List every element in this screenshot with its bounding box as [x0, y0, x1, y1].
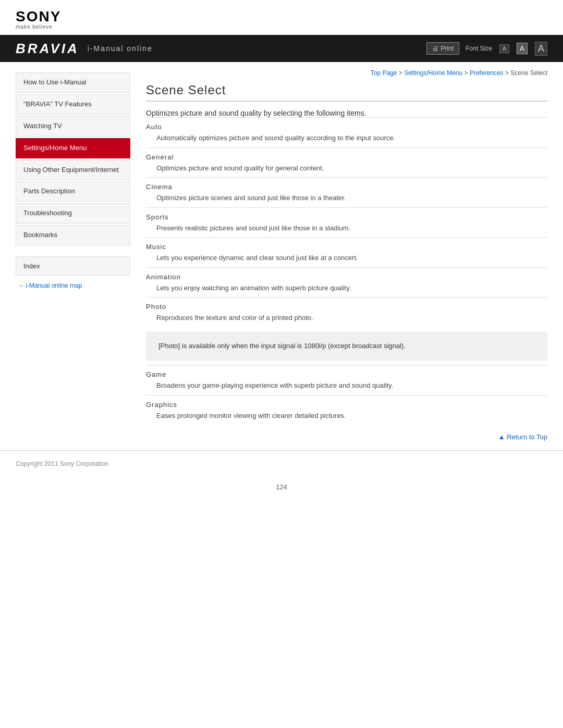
scene-sports-desc: Presents realistic pictures and sound ju… — [146, 223, 547, 233]
scene-general-desc: Optimizes picture and sound quality for … — [146, 163, 547, 174]
scene-general-title: General — [146, 153, 547, 161]
scene-photo: Photo Reproduces the texture and color o… — [146, 297, 547, 327]
print-icon: 🖨 — [432, 45, 438, 52]
scene-photo-title: Photo — [146, 303, 547, 311]
bravia-right: 🖨 Print Font Size A A A — [426, 42, 547, 56]
sidebar-item-how-to-use[interactable]: How to Use i-Manual — [16, 72, 130, 93]
sidebar-item-index[interactable]: Index — [16, 256, 130, 276]
scene-game-desc: Broadens your game-playing experience wi… — [146, 380, 547, 391]
page-number: 124 — [0, 476, 563, 501]
scene-animation-desc: Lets you enjoy watching an animation wit… — [146, 283, 547, 293]
sidebar-item-using-other[interactable]: Using Other Equipment/Internet — [16, 160, 130, 180]
sony-tagline: make.believe — [16, 24, 53, 30]
scene-photo-desc: Reproduces the texture and color of a pr… — [146, 313, 547, 323]
sidebar: How to Use i-Manual "BRAVIA" TV Features… — [16, 72, 130, 445]
scene-music-desc: Lets you experience dynamic and clear so… — [146, 253, 547, 263]
scene-game-title: Game — [146, 371, 547, 378]
scene-cinema-desc: Optimizes picture scenes and sound just … — [146, 193, 547, 203]
font-size-label: Font Size — [466, 45, 492, 52]
sidebar-item-troubleshooting[interactable]: Troubleshooting — [16, 203, 130, 224]
page-title: Scene Select — [146, 83, 547, 97]
return-top-link[interactable]: ▲ Return to Top — [498, 433, 547, 441]
sidebar-item-settings-home[interactable]: Settings/Home Menu — [16, 138, 130, 158]
note-text: [Photo] is available only when the input… — [158, 342, 406, 350]
breadcrumb: Top Page > Settings/Home Menu > Preferen… — [146, 62, 547, 81]
breadcrumb-current: Scene Select — [510, 69, 547, 77]
breadcrumb-top-page[interactable]: Top Page — [371, 69, 397, 77]
font-large-button[interactable]: A — [535, 42, 547, 56]
main-container: How to Use i-Manual "BRAVIA" TV Features… — [0, 62, 563, 445]
scene-graphics-desc: Eases prolonged monitor viewing with cle… — [146, 411, 547, 421]
scene-animation: Animation Lets you enjoy watching an ani… — [146, 267, 547, 298]
title-divider — [146, 101, 547, 102]
sony-brand: SONY — [16, 9, 61, 24]
sidebar-item-parts-description[interactable]: Parts Description — [16, 181, 130, 202]
scene-auto-desc: Automatically optimizes picture and soun… — [146, 133, 547, 143]
intro-text: Optimizes picture and sound quality by s… — [146, 109, 547, 117]
scene-animation-title: Animation — [146, 273, 547, 281]
scene-auto: Auto Automatically optimizes picture and… — [146, 117, 547, 147]
print-label: Print — [441, 45, 454, 52]
bravia-header-bar: BRAVIA i-Manual online 🖨 Print Font Size… — [0, 35, 563, 62]
sidebar-item-bookmarks[interactable]: Bookmarks — [16, 225, 130, 245]
scene-sports-title: Sports — [146, 213, 547, 221]
sidebar-item-watching-tv[interactable]: Watching TV — [16, 116, 130, 137]
font-small-button[interactable]: A — [499, 44, 509, 53]
scene-music-title: Music — [146, 243, 547, 251]
scene-cinema-title: Cinema — [146, 183, 547, 191]
bravia-logo: BRAVIA — [16, 41, 79, 57]
content: Scene Select Optimizes picture and sound… — [146, 83, 547, 441]
top-bar: SONY make.believe — [0, 0, 563, 35]
copyright: Copyright 2011 Sony Corporation — [16, 460, 108, 467]
footer: Copyright 2011 Sony Corporation — [0, 450, 563, 476]
sidebar-map-link[interactable]: i-Manual online map — [16, 282, 130, 289]
bravia-subtitle: i-Manual online — [88, 44, 153, 53]
note-box: [Photo] is available only when the input… — [146, 331, 547, 361]
scene-game: Game Broadens your game-playing experien… — [146, 365, 547, 395]
breadcrumb-sep1: > — [399, 69, 404, 77]
breadcrumb-settings[interactable]: Settings/Home Menu — [404, 69, 462, 77]
bravia-left: BRAVIA i-Manual online — [16, 41, 153, 57]
scene-music: Music Lets you experience dynamic and cl… — [146, 237, 547, 267]
sidebar-item-bravia-features[interactable]: "BRAVIA" TV Features — [16, 94, 130, 115]
font-medium-button[interactable]: A — [517, 43, 528, 54]
breadcrumb-sep3: > — [505, 69, 510, 77]
scene-cinema: Cinema Optimizes picture scenes and soun… — [146, 177, 547, 207]
scene-general: General Optimizes picture and sound qual… — [146, 147, 547, 178]
sony-logo: SONY make.believe — [16, 9, 547, 30]
scene-graphics-title: Graphics — [146, 401, 547, 409]
print-button[interactable]: 🖨 Print — [426, 42, 460, 55]
scene-auto-title: Auto — [146, 123, 547, 131]
scene-graphics: Graphics Eases prolonged monitor viewing… — [146, 395, 547, 425]
scene-sports: Sports Presents realistic pictures and s… — [146, 207, 547, 238]
breadcrumb-preferences[interactable]: Preferences — [470, 69, 504, 77]
return-to-top: ▲ Return to Top — [146, 433, 547, 441]
content-area: Top Page > Settings/Home Menu > Preferen… — [146, 62, 547, 445]
breadcrumb-sep2: > — [464, 69, 470, 77]
